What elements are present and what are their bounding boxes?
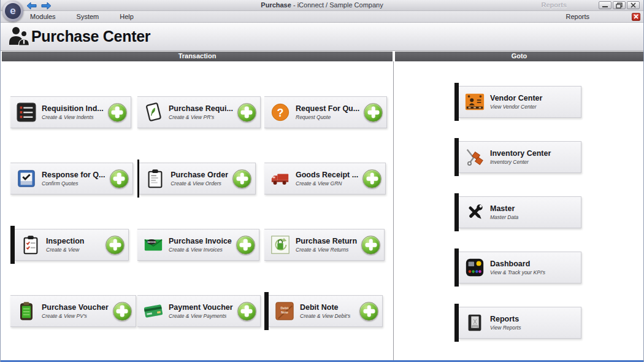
tile-inventory-center[interactable]: Inventory Center Inventory Center xyxy=(454,138,581,176)
title-bar: Purchase - iConnect / Sample Company Rep… xyxy=(1,0,643,11)
tile-subtitle: Create & View xyxy=(46,247,101,253)
add-icon[interactable] xyxy=(361,236,380,255)
reports-icon xyxy=(464,312,486,334)
menu-system[interactable]: System xyxy=(74,13,102,20)
tile-purchase-requisition[interactable]: Purchase Requi... Create & View PR's xyxy=(137,93,256,131)
purchase-requisition-icon xyxy=(142,101,164,123)
requisition-indent-icon xyxy=(15,101,37,123)
tile-accent-bar xyxy=(454,248,459,287)
tile-subtitle: Create & View GRN xyxy=(296,180,358,187)
purchase-invoice-icon: INVOICE xyxy=(142,234,164,256)
tile-subtitle: Create & View Orders xyxy=(171,180,228,187)
tile-response-for-quote[interactable]: Response for Q... Confirm Quotes xyxy=(10,160,129,198)
tile-goods-receipt[interactable]: Goods Receipt ... Create & View GRN xyxy=(264,160,383,198)
vendor-center-icon xyxy=(464,91,486,113)
tile-purchase-voucher[interactable]: Purchase Voucher Create & View PV's xyxy=(10,292,129,330)
tile-title: Purchase Order xyxy=(171,171,228,179)
minimize-button[interactable] xyxy=(599,1,611,9)
menu-reports[interactable]: Reports xyxy=(565,13,589,20)
request-for-quote-icon: ? xyxy=(269,101,291,123)
tile-title: Purchase Invoice xyxy=(169,237,232,245)
inner-close-button[interactable] xyxy=(632,13,640,21)
close-button[interactable] xyxy=(627,1,640,9)
forward-arrow-icon[interactable] xyxy=(41,2,52,10)
goto-tile-list: Vendor Center View Vendor Center Invento… xyxy=(454,83,581,342)
tile-dashboard[interactable]: Dashboard View & Track your KPI's xyxy=(454,248,581,287)
purchase-voucher-icon xyxy=(15,300,37,322)
tile-accent-bar xyxy=(264,292,269,330)
add-icon[interactable] xyxy=(232,169,251,188)
svg-text:INVOICE: INVOICE xyxy=(147,241,156,244)
add-icon[interactable] xyxy=(364,103,383,122)
tile-requisition-indent[interactable]: Requisition Ind... Create & View Indents xyxy=(10,93,129,131)
response-for-quote-icon xyxy=(15,168,37,190)
add-icon[interactable] xyxy=(236,236,255,255)
payment-voucher-icon xyxy=(142,300,164,322)
tile-subtitle: Create & View Indents xyxy=(42,114,104,120)
menu-bar: Modules System Help Reports xyxy=(1,11,643,23)
add-icon[interactable] xyxy=(113,302,132,321)
page-header: Purchase Center xyxy=(1,23,643,51)
tile-reports[interactable]: Reports View Reports xyxy=(454,304,581,342)
add-icon[interactable] xyxy=(359,302,378,321)
minimize-icon xyxy=(601,2,609,8)
debit-note-icon: DebitNote xyxy=(274,300,296,322)
page-title: Purchase Center xyxy=(31,28,150,45)
tile-title: Master xyxy=(490,204,577,213)
tile-title: Goods Receipt ... xyxy=(296,171,358,179)
tile-vendor-center[interactable]: Vendor Center View Vendor Center xyxy=(454,83,581,121)
add-icon[interactable] xyxy=(105,236,125,255)
tile-subtitle: Request Quote xyxy=(296,114,359,120)
tile-subtitle: View Vendor Center xyxy=(490,104,577,110)
tile-title: Request For Qu... xyxy=(296,104,359,113)
add-icon[interactable] xyxy=(110,169,129,188)
goods-receipt-icon xyxy=(269,168,291,190)
tile-master[interactable]: Master Master Data xyxy=(454,193,581,231)
people-icon xyxy=(8,26,30,50)
svg-text:?: ? xyxy=(277,107,284,119)
inventory-center-icon xyxy=(464,146,486,168)
tile-accent-bar xyxy=(454,193,459,231)
tile-title: Purchase Requi... xyxy=(169,104,233,113)
svg-text:Debit: Debit xyxy=(281,306,289,310)
menu-help[interactable]: Help xyxy=(117,13,136,20)
purchase-center-window: Purchase - iConnect / Sample Company Rep… xyxy=(0,0,644,362)
tile-accent-bar xyxy=(454,138,459,176)
tile-purchase-return[interactable]: Purchase Return Create & View Returns xyxy=(264,226,383,264)
tile-title: Requisition Ind... xyxy=(42,104,104,113)
tile-debit-note[interactable]: DebitNote Debit Note Create & View Debit… xyxy=(264,292,383,330)
tile-title: Reports xyxy=(490,315,577,323)
tile-title: Vendor Center xyxy=(490,94,577,102)
add-icon[interactable] xyxy=(237,302,256,321)
tile-subtitle: Confirm Quotes xyxy=(42,180,105,187)
tile-request-for-quote[interactable]: ? Request For Qu... Request Quote xyxy=(264,93,383,131)
panel-divider xyxy=(393,61,394,360)
back-arrow-icon[interactable] xyxy=(26,2,37,10)
add-icon[interactable] xyxy=(362,169,381,188)
tile-payment-voucher[interactable]: Payment Voucher Create & View Payments xyxy=(137,292,256,330)
close-icon xyxy=(634,14,638,19)
add-icon[interactable] xyxy=(237,103,256,122)
inspection-icon xyxy=(20,234,42,256)
tile-title: Purchase Return xyxy=(296,237,357,245)
tile-inspection[interactable]: Inspection Create & View xyxy=(10,226,129,264)
tile-title: Debit Note xyxy=(300,303,355,312)
purchase-return-icon xyxy=(269,234,291,256)
tile-subtitle: Create & View Returns xyxy=(296,247,357,253)
tile-title: Response for Q... xyxy=(42,171,105,179)
dashboard-icon xyxy=(464,256,486,279)
tile-title: Purchase Voucher xyxy=(42,303,109,312)
close-icon xyxy=(630,2,637,8)
tile-subtitle: Create & View PR's xyxy=(169,114,233,120)
tile-purchase-order[interactable]: Purchase Order Create & View Orders xyxy=(137,160,256,198)
tile-purchase-invoice[interactable]: INVOICE Purchase Invoice Create & View I… xyxy=(137,226,256,264)
tile-subtitle: Master Data xyxy=(490,214,577,220)
restore-button[interactable] xyxy=(613,1,626,9)
goto-panel-header: Goto xyxy=(395,52,643,61)
restore-icon xyxy=(615,2,623,9)
tile-accent-bar xyxy=(454,304,459,342)
app-logo: e xyxy=(2,1,23,21)
add-icon[interactable] xyxy=(108,103,127,122)
tile-subtitle: View & Track your KPI's xyxy=(490,269,577,275)
menu-modules[interactable]: Modules xyxy=(28,13,58,20)
